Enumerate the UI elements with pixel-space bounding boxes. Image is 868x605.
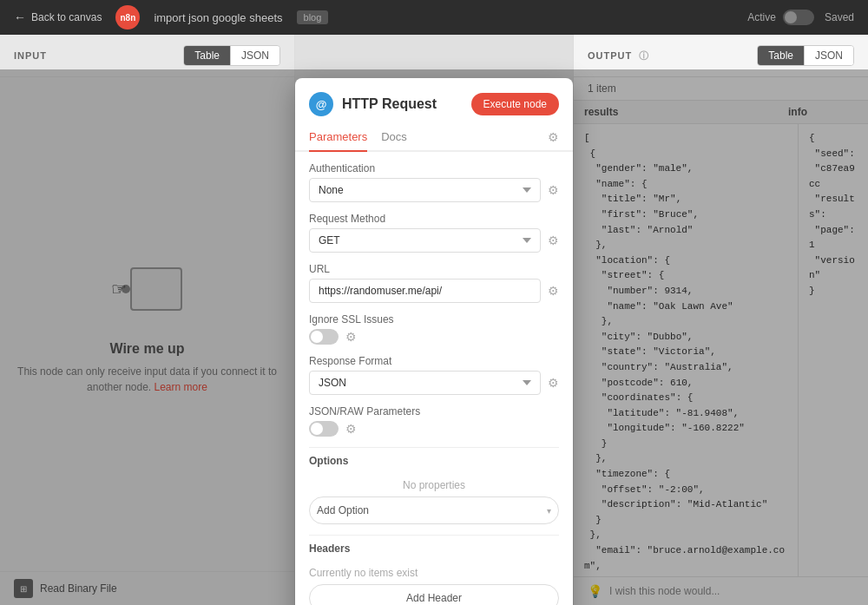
tab-docs[interactable]: Docs — [381, 123, 407, 152]
auth-label: Authentication — [309, 162, 559, 174]
auth-group: Authentication None ⚙ — [309, 162, 559, 202]
json-raw-label: JSON/RAW Parameters — [309, 405, 559, 418]
ssl-row: ⚙ — [309, 329, 559, 345]
url-row: ⚙ — [309, 279, 559, 303]
input-tab-group: Table JSON — [183, 45, 280, 66]
auth-gear-icon[interactable]: ⚙ — [548, 183, 559, 197]
add-header-button[interactable]: Add Header — [309, 584, 559, 605]
no-headers-text: Currently no items exist — [309, 562, 559, 584]
options-group: Options No properties Add Option ▾ — [309, 455, 559, 524]
ssl-group: Ignore SSL Issues ⚙ — [309, 313, 559, 345]
modal-overlay: @ HTTP Request Execute node Parameters D… — [0, 69, 868, 605]
response-label: Response Format — [309, 355, 559, 367]
method-row: GET ⚙ — [309, 228, 559, 253]
input-tab-json[interactable]: JSON — [230, 46, 279, 65]
options-title: Options — [309, 455, 559, 467]
back-label: Back to canvas — [31, 11, 102, 23]
modal-header: @ HTTP Request Execute node — [295, 78, 573, 116]
ssl-toggle[interactable] — [309, 329, 339, 345]
url-label: URL — [309, 263, 559, 275]
method-gear-icon[interactable]: ⚙ — [548, 233, 559, 247]
back-to-canvas-button[interactable]: ← Back to canvas — [14, 10, 102, 24]
auth-select[interactable]: None — [309, 178, 541, 202]
url-gear-icon[interactable]: ⚙ — [548, 284, 559, 298]
output-tab-group: Table JSON — [757, 45, 854, 66]
modal-tabs: Parameters Docs ⚙ — [295, 123, 573, 152]
response-row: JSON ⚙ — [309, 371, 559, 395]
ssl-gear-icon[interactable]: ⚙ — [345, 330, 357, 344]
response-select[interactable]: JSON — [309, 371, 541, 395]
url-input[interactable] — [309, 279, 541, 303]
input-label: INPUT — [14, 50, 47, 61]
output-label: OUTPUT ⓘ — [588, 49, 649, 62]
response-gear-icon[interactable]: ⚙ — [548, 376, 559, 390]
json-raw-toggle[interactable] — [309, 421, 339, 437]
modal-at-icon: @ — [309, 92, 333, 116]
ssl-label: Ignore SSL Issues — [309, 313, 559, 326]
active-toggle[interactable] — [783, 10, 814, 25]
tab-parameters[interactable]: Parameters — [309, 123, 367, 152]
url-group: URL ⚙ — [309, 263, 559, 303]
json-raw-gear-icon[interactable]: ⚙ — [345, 422, 357, 436]
topbar: ← Back to canvas n8n import json google … — [0, 0, 868, 35]
saved-status: Saved — [825, 11, 854, 23]
modal-title: HTTP Request — [342, 96, 437, 112]
json-raw-row: ⚙ — [309, 421, 559, 437]
modal-settings-icon[interactable]: ⚙ — [548, 130, 559, 144]
response-group: Response Format JSON ⚙ — [309, 355, 559, 395]
output-info-icon: ⓘ — [639, 50, 649, 61]
headers-group: Headers Currently no items exist Add Hea… — [309, 543, 559, 605]
method-group: Request Method GET ⚙ — [309, 213, 559, 253]
no-properties: No properties — [309, 474, 559, 496]
topbar-right: Active Saved — [747, 10, 854, 25]
active-toggle-group: Active — [747, 10, 814, 25]
modal-body: Authentication None ⚙ Request Method GET — [295, 152, 573, 605]
app-logo: n8n — [115, 5, 140, 30]
workflow-title: import json google sheets — [154, 11, 282, 24]
auth-row: None ⚙ — [309, 178, 559, 202]
active-label: Active — [747, 11, 776, 23]
headers-title: Headers — [309, 543, 559, 555]
add-option-button[interactable]: Add Option ▾ — [309, 496, 559, 524]
back-arrow-icon: ← — [14, 10, 26, 24]
execute-node-button[interactable]: Execute node — [471, 93, 559, 115]
main-content: INPUT Table JSON ☞ Wire me up This node … — [0, 35, 868, 605]
http-request-modal: @ HTTP Request Execute node Parameters D… — [295, 78, 573, 605]
add-option-chevron-icon: ▾ — [547, 506, 551, 516]
output-tab-json[interactable]: JSON — [804, 46, 853, 65]
input-tab-table[interactable]: Table — [184, 46, 230, 65]
workflow-tag: blog — [297, 10, 329, 24]
method-select[interactable]: GET — [309, 228, 541, 253]
method-label: Request Method — [309, 213, 559, 225]
output-tab-table[interactable]: Table — [758, 46, 804, 65]
json-raw-group: JSON/RAW Parameters ⚙ — [309, 405, 559, 437]
modal-title-row: @ HTTP Request — [309, 92, 437, 116]
